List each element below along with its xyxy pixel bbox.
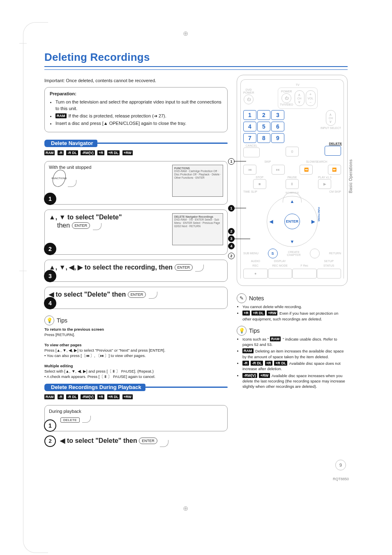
keypad-8: 8	[257, 133, 270, 143]
remote-frec-button	[292, 269, 317, 279]
tag-prdl: +R DL	[274, 361, 287, 366]
notes-body-right: You cannot delete while recording. +R +R…	[237, 304, 348, 322]
notes-icon: ✎	[237, 293, 247, 303]
deletenav-osd-screenshot: DELETE Navigator Recordings DVD-RAM · 7/…	[172, 213, 223, 245]
note-2: +R +R DL +RW Even if you have set protec…	[242, 311, 348, 322]
rtip-1: Icons such as " RAM " indicate usable di…	[242, 336, 348, 348]
keypad-2: 2	[257, 110, 270, 120]
tip3-text-b: • A check mark appears. Press [〔⏸〕 PAUSE…	[44, 374, 155, 379]
callout-pb-1: 1	[228, 158, 235, 165]
tip1-bold: To return to the previous screen	[44, 327, 104, 332]
press-icon	[93, 223, 101, 230]
section-delete-playback: Delete Recordings During Playback RAM -R…	[44, 384, 228, 400]
pb-step-1-label: During playback	[49, 409, 223, 414]
notes-title-right: Notes	[249, 295, 264, 302]
tip2-text-b: • You can also press [〔⏮〕, 〔⏭〕] to view …	[44, 353, 146, 358]
tip3-bold: Multiple editing	[44, 364, 73, 368]
doc-code: RQT8850	[333, 477, 349, 481]
functions-osd-title: FUNCTIONS	[174, 167, 190, 170]
tag-r: -R	[242, 361, 249, 366]
tip3-text-a: Select with [▲, ▼, ◀, ▶] and press [〔⏸〕 …	[44, 369, 154, 373]
nav-right-icon: ▶	[311, 219, 315, 224]
remote-tvvideo-label: TV/VIDEO	[280, 103, 293, 106]
remote-tv-ch-button: ∧CH∨	[295, 90, 304, 106]
pb-step-1-number: 1	[44, 419, 56, 432]
keypad-5: 5	[257, 122, 270, 131]
tag-ram: RAM	[44, 150, 55, 155]
remote-recmode-label: REC MODE	[268, 264, 293, 267]
nav-step-1-box: FUNCTIONS DVD-RAM · Cartridge Protection…	[44, 161, 228, 205]
page-title: Deleting Recordings	[44, 51, 348, 64]
reg-mark-bottom: ⊕	[183, 504, 188, 512]
nav-up-icon: ▲	[290, 199, 295, 204]
callout-nav-1: 1	[228, 205, 235, 212]
notes-heading-right: ✎ Notes	[237, 293, 348, 303]
press-icon	[149, 292, 157, 299]
callout-navpad-line	[234, 239, 250, 239]
press-icon	[82, 416, 91, 423]
press-icon	[160, 440, 168, 447]
remote-cancel-label: CANCEL	[243, 144, 260, 147]
remote-search-rev: ⏪	[300, 165, 313, 175]
tag-rdl: -R DL	[66, 150, 78, 155]
callout-nav-4: 4	[228, 243, 235, 249]
remote-audio-label: AUDIO	[243, 260, 268, 263]
remote-play-button: ▶	[318, 179, 331, 189]
disc-tags-row-1: RAM -R -R DL -RW(V) +R +R DL +RW	[44, 149, 228, 156]
tip1-text: Press [RETURN].	[44, 332, 75, 337]
keypad-4: 4	[243, 122, 256, 131]
tip2-text-a: Press [▲, ▼, ◀, ▶] to select "Previous" …	[44, 348, 165, 352]
tag-prw: +RW	[122, 394, 133, 399]
rtip-4: -RW(V) +RW Available disc space increase…	[242, 373, 348, 389]
tag-prdl: +R DL	[251, 311, 265, 315]
callout-nav-1-line	[234, 208, 246, 208]
nav-step-4-number: 4	[44, 297, 56, 309]
remote-setup-label: SETUP	[317, 260, 341, 263]
tag-pr: +R	[97, 150, 104, 155]
remote-0-button: 0	[286, 147, 299, 157]
functions-button-illustration	[51, 168, 68, 189]
prep-item-2-text: If the disc is protected, release protec…	[67, 113, 166, 118]
tag-pr: +R	[97, 394, 104, 399]
nav-step-2-box: DELETE Navigator Recordings DVD-RAM · 7/…	[44, 210, 228, 255]
reg-mark-top: ⊕	[183, 30, 188, 37]
section-delete-navigator: Delete Navigator RAM -R -R DL -RW(V) +R …	[44, 140, 228, 156]
enter-button-icon: ENTER	[128, 291, 146, 298]
remote-status-label: STATUS	[317, 264, 341, 267]
remote-s-button: S	[268, 249, 278, 258]
deletenav-osd-lines: DVD-RAM · 7/8 · ENTER Select · Sub Menu …	[174, 218, 220, 228]
remote-pause-button: ⏸	[286, 179, 299, 189]
remote-stop-label: STOP	[243, 176, 276, 179]
title-rule-2	[44, 69, 348, 70]
tip2-bold: To view other pages	[44, 343, 82, 347]
remote-dvd-power-button: ⏻	[244, 94, 254, 104]
tag-prw: +RW	[259, 373, 270, 378]
remote-submenu-label: SUB MENU	[243, 252, 258, 255]
tag-rwv: -RW(V)	[242, 373, 257, 378]
remote-stop-button: ■	[253, 179, 266, 189]
remote-slow-label: SLOW/SEARCH	[292, 160, 341, 163]
lightbulb-icon: 💡	[237, 326, 247, 336]
keypad-7: 7	[243, 133, 256, 143]
remote-cancel-button	[243, 147, 260, 157]
tag-prdl: +R DL	[107, 150, 120, 155]
remote-delete-button	[325, 146, 341, 156]
remote-input-select-label: INPUT SELECT	[321, 127, 341, 129]
enter-button-icon: ENTER	[175, 264, 193, 271]
tag-r: -R	[58, 150, 64, 155]
remote-rec-button: ●	[243, 269, 268, 279]
press-icon	[68, 180, 76, 187]
nav-step-3-number: 3	[44, 270, 56, 282]
remote-search-fwd: ⏩	[328, 165, 341, 175]
preparation-heading: Preparation:	[50, 91, 222, 97]
functions-osd-lines: DVD-RAM · Cartridge Protection Off · Dis…	[174, 170, 221, 179]
remote-frec-label: F Rec	[292, 264, 317, 267]
remote-control-diagram: DVD POWER ⏻ TV POWER ⏻	[237, 75, 348, 286]
tips-title-left: Tips	[57, 317, 67, 324]
tag-ram: RAM	[270, 336, 281, 341]
remote-return-button	[310, 249, 320, 258]
keypad-6: 6	[271, 122, 284, 131]
disc-tags-row-2: RAM -R -R DL -RW(V) +R +R DL +RW	[44, 393, 228, 400]
delete-navigator-heading: Delete Navigator	[47, 140, 97, 147]
remote-display-label: DISPLAY	[268, 260, 293, 263]
